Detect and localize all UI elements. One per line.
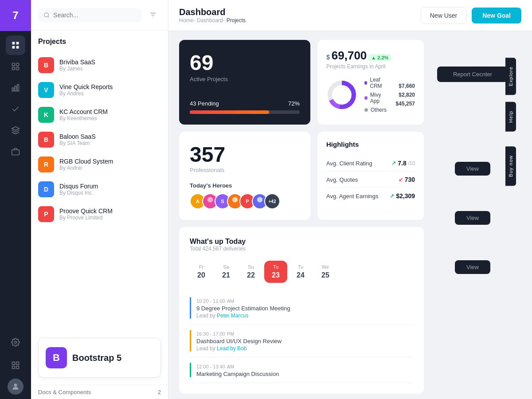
pending-percent: 72% xyxy=(288,100,300,107)
project-icon-disqus: D xyxy=(38,181,54,197)
donut-wrap: Leaf CRM Mivy App Others xyxy=(326,77,415,113)
bootstrap-card: B Bootstrap 5 xyxy=(38,338,161,378)
app-logo: 7 xyxy=(0,0,31,31)
help-tab[interactable]: Help xyxy=(505,102,516,132)
earnings-badge: ▲ 2.2% xyxy=(368,54,391,61)
professionals-number: 357 xyxy=(190,142,300,167)
svg-point-19 xyxy=(44,13,49,17)
event-bar xyxy=(190,363,191,377)
cal-day-22[interactable]: Su 22 xyxy=(239,261,262,283)
projects-heading: Projects xyxy=(38,38,161,46)
svg-point-29 xyxy=(232,197,238,202)
svg-rect-8 xyxy=(12,88,14,91)
svg-rect-2 xyxy=(12,46,15,49)
whatsup-card: What's up Today Total 424,567 deliveries… xyxy=(179,227,424,394)
left-panel: Projects B Briviba SaaS By James V Vine … xyxy=(31,0,168,399)
sidebar-item-home[interactable] xyxy=(6,35,25,55)
new-user-button[interactable]: New User xyxy=(421,7,466,24)
svg-rect-12 xyxy=(12,150,20,155)
svg-rect-6 xyxy=(12,67,15,70)
svg-rect-14 xyxy=(12,362,15,365)
list-item[interactable]: D Disqus Forum By Disqus Inc. xyxy=(38,177,161,202)
event-lead: Lead by Peter Marcus xyxy=(196,313,290,319)
project-name: Disqus Forum xyxy=(59,183,161,190)
project-icon-proove: P xyxy=(38,206,54,222)
page-title: Dashboard xyxy=(179,7,246,17)
whatsup-title: What's up Today xyxy=(190,238,413,246)
calendar-days: Fr 20 Sa 21 Su 22 Tu 23 xyxy=(190,261,413,283)
search-input[interactable] xyxy=(53,12,136,19)
event-bar xyxy=(190,330,191,352)
active-projects-number: 69 xyxy=(190,51,300,75)
new-goal-button[interactable]: New Goal xyxy=(472,8,521,23)
earnings-card: $ 69,700 ▲ 2.2% Projects Earnings in Apr… xyxy=(317,40,424,125)
event-lead-link[interactable]: Lead by Bob xyxy=(217,345,246,352)
svg-rect-3 xyxy=(16,46,19,49)
list-item[interactable]: B Baloon SaaS By SIA Team xyxy=(38,127,161,152)
list-item[interactable]: V Vine Quick Reports By Andres xyxy=(38,78,161,102)
user-avatar[interactable] xyxy=(8,379,23,395)
calendar-header: What's up Today Total 424,567 deliveries xyxy=(190,238,413,252)
svg-point-30 xyxy=(230,203,239,209)
sidebar-item-grid[interactable] xyxy=(6,57,25,76)
sidebar-item-settings[interactable] xyxy=(6,332,25,352)
cal-day-20[interactable]: Fr 20 xyxy=(190,261,213,283)
progress-bar-fill xyxy=(190,110,269,114)
list-item[interactable]: R RGB Cloud System By Andrei xyxy=(38,152,161,177)
breadcrumb-projects: Projects xyxy=(227,17,246,23)
explore-tab[interactable]: Explore xyxy=(505,58,516,95)
bootstrap-icon: B xyxy=(46,347,67,368)
event-title: 9 Degree Project Estimation Meeting xyxy=(196,305,290,312)
svg-marker-11 xyxy=(12,127,20,130)
sidebar-item-layers[interactable] xyxy=(6,121,25,140)
cal-day-21[interactable]: Sa 21 xyxy=(215,261,238,283)
cal-day-23[interactable]: Tu 23 xyxy=(264,261,287,283)
project-name: Vine Quick Reports xyxy=(59,83,161,90)
whatsup-subtitle: Total 424,567 deliveries xyxy=(190,246,413,252)
event-time: 12:00 - 13:40 AM xyxy=(196,363,279,370)
pending-row: 43 Pending 72% xyxy=(190,100,300,107)
report-center-button[interactable]: Report Cecnter xyxy=(437,66,508,82)
sidebar-item-grid2[interactable] xyxy=(6,356,25,375)
svg-rect-10 xyxy=(17,85,19,91)
filter-button[interactable] xyxy=(145,7,161,23)
sidebar-item-chart[interactable] xyxy=(6,78,25,98)
cal-day-24[interactable]: Tu 24 xyxy=(289,261,312,283)
project-name: Briviba SaaS xyxy=(59,59,161,66)
svg-rect-15 xyxy=(16,362,19,365)
sidebar-item-briefcase[interactable] xyxy=(6,142,25,161)
sidebar-bottom xyxy=(6,328,25,399)
event-title: Marketing Campaign Discussion xyxy=(196,371,279,377)
event-item-2: 16:30 - 17:00 PM Dashboard UI/UX Design … xyxy=(190,325,413,357)
event-bar xyxy=(190,297,191,319)
project-name: Proove Quick CRM xyxy=(59,207,161,215)
legend-amounts: $7,660 $2,820 $45,257 xyxy=(396,83,415,107)
pending-label: 43 Pending xyxy=(190,100,219,107)
list-item[interactable]: K KC Account CRM By Keenthemes xyxy=(38,102,161,127)
svg-point-18 xyxy=(14,383,17,387)
highlight-row-rating: Avg. Client Rating ↗ 7.8 /10 xyxy=(326,155,415,172)
legend-item-leaf: Leaf CRM xyxy=(364,77,389,89)
sidebar-item-check[interactable] xyxy=(6,99,25,119)
view-button-2[interactable]: View xyxy=(455,211,490,225)
buynow-tab[interactable]: Buy now xyxy=(505,146,516,186)
list-item[interactable]: P Proove Quick CRM By Proove Limited xyxy=(38,202,161,227)
svg-line-20 xyxy=(48,16,49,18)
event-lead-link[interactable]: Peter Marcus xyxy=(217,313,248,319)
view-button-1[interactable]: View xyxy=(455,162,490,176)
active-projects-label: Active Projects xyxy=(190,76,300,82)
search-bar xyxy=(31,0,168,31)
project-by: By SIA Team xyxy=(59,140,161,146)
breadcrumb-dashboard: Dashboard- xyxy=(197,17,225,23)
event-time: 10:20 - 11:00 AM xyxy=(196,297,290,304)
project-by: By Disqus Inc. xyxy=(59,190,161,196)
content-area: 69 Active Projects 43 Pending 72% $ 69,7… xyxy=(168,31,532,399)
search-input-wrap[interactable] xyxy=(38,8,141,22)
list-item[interactable]: B Briviba SaaS By James xyxy=(38,53,161,78)
top-actions: New User New Goal xyxy=(421,7,521,24)
breadcrumb: Dashboard Home- Dashboard- Projects xyxy=(179,7,246,23)
legend-dot-others xyxy=(364,108,368,112)
arrow-up-icon: ↗ xyxy=(390,193,394,199)
cal-day-25[interactable]: We 25 xyxy=(314,261,337,283)
view-button-3[interactable]: View xyxy=(455,260,490,274)
